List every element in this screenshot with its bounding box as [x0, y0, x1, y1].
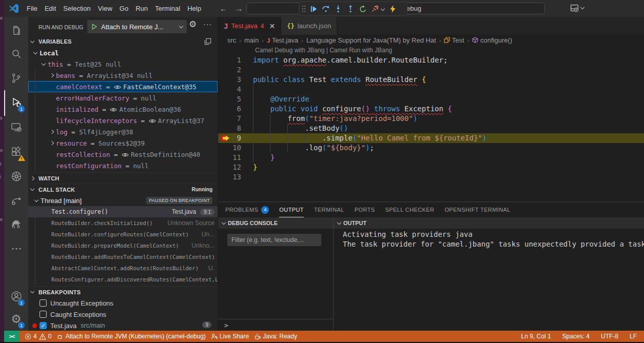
code-editor[interactable]: 1import org.apache.camel.builder.RouteBu… [218, 55, 644, 201]
debug-console-filter-input[interactable]: Filter (e.g. text, !exclude,... [227, 234, 321, 246]
indentation[interactable]: Spaces: 4 [562, 333, 590, 340]
sidebar-item-explorer[interactable] [4, 19, 28, 42]
variable-row[interactable]: beans = ArrayList@34 null [28, 70, 218, 81]
variable-row[interactable]: restCollection = RestsDefinition@40 [28, 149, 218, 160]
sidebar-item-more[interactable] [4, 237, 28, 260]
debug-disconnect-icon[interactable] [369, 2, 381, 15]
remote-indicator[interactable]: >< [4, 331, 19, 342]
start-debug-icon[interactable] [91, 24, 97, 30]
code-line[interactable]: 13 [218, 172, 644, 182]
breadcrumb-item[interactable]: Language Support for Java(TM) by Red Hat [306, 36, 436, 44]
breadcrumb-item[interactable]: Test [444, 36, 464, 44]
variable-row[interactable]: log = Slf4jLogger@38 [28, 126, 218, 137]
java-status[interactable]: Java: Ready [254, 333, 297, 340]
code-line[interactable]: 11 } [218, 153, 644, 163]
layout-control[interactable] [570, 4, 584, 12]
code-line[interactable]: 6 public void configure() throws Excepti… [218, 104, 644, 114]
stack-frame-row[interactable]: RouteBuilder.addRoutesToCamelContext(Cam… [28, 251, 218, 263]
panel-tab-ports[interactable]: PORTS [355, 203, 375, 217]
debug-console-prompt[interactable]: > [218, 319, 333, 331]
lightning-icon[interactable] [386, 2, 399, 15]
debug-continue-icon[interactable] [307, 2, 320, 15]
launch-config-select[interactable]: Attach to Remote J... [87, 20, 187, 33]
chevron-down-icon[interactable] [381, 7, 385, 11]
codelens-actions[interactable]: Camel Debug with JBang | Camel Run with … [255, 47, 392, 54]
code-line[interactable]: 10 .log("${body}"); [218, 143, 644, 153]
call-stack-section-header[interactable]: CALL STACK Running [28, 184, 218, 195]
breadcrumb-item[interactable]: main [244, 36, 259, 44]
variable-row[interactable]: restConfiguration = null [28, 160, 218, 171]
eol[interactable]: LF [630, 333, 637, 340]
debug-step-out-icon[interactable] [344, 2, 357, 15]
output-log[interactable]: Activating task providers javaThe task p… [343, 230, 644, 249]
variable-row[interactable]: errorHandlerFactory = null [28, 92, 218, 104]
menu-run[interactable]: Run [132, 0, 151, 17]
code-line[interactable]: 4 [218, 85, 644, 94]
checkbox[interactable]: ✓ [40, 322, 47, 329]
menu-help[interactable]: Help [184, 0, 205, 17]
encoding[interactable]: UTF-8 [601, 333, 618, 340]
panel-tab-spell-checker[interactable]: SPELL CHECKER [385, 203, 435, 217]
code-line[interactable]: 2 [218, 65, 644, 75]
output-header[interactable]: OUTPUT [334, 217, 644, 229]
debug-restart-icon[interactable] [357, 2, 369, 15]
menu-edit[interactable]: Edit [41, 0, 60, 17]
close-icon[interactable]: ✕ [269, 22, 275, 30]
menu-selection[interactable]: Selection [60, 0, 94, 17]
sidebar-item-openshift[interactable] [4, 190, 28, 212]
collapse-all-icon[interactable] [204, 38, 211, 45]
sidebar-item-extensions[interactable] [4, 140, 28, 163]
breakpoint-row[interactable]: ✓Test.javasrc/main9 [28, 320, 218, 331]
debug-step-into-icon[interactable] [332, 2, 344, 15]
stack-frame-row[interactable]: RouteBuilder.prepareModel(CamelContext)U… [28, 240, 218, 251]
problems-status[interactable]: 4 0 [25, 333, 51, 340]
sidebar-item-source-control[interactable] [4, 67, 28, 89]
variable-row[interactable]: camelContext = FastCamelContext@35 [28, 81, 218, 92]
current-breakpoint-indicator[interactable] [220, 134, 230, 142]
menu-go[interactable]: Go [116, 0, 132, 17]
sidebar-item-camel[interactable] [4, 212, 28, 235]
variable-row[interactable]: lifecycleInterceptors = ArrayList@37 [28, 115, 218, 126]
menu-terminal[interactable]: Terminal [151, 0, 184, 17]
drag-handle-icon[interactable] [301, 2, 306, 15]
variable-scope-row[interactable]: Local [28, 47, 218, 58]
history-forward-icon[interactable]: → [235, 0, 243, 17]
live-share-status[interactable]: Live Share [211, 333, 249, 340]
sidebar-item-kubernetes[interactable] [4, 165, 28, 188]
stack-frame-row[interactable]: RouteBuilder.configureRoutes(CamelContex… [28, 229, 218, 240]
breakpoints-section-header[interactable]: BREAKPOINTS [28, 286, 218, 297]
debug-step-over-icon[interactable] [320, 2, 332, 15]
code-line[interactable]: 3public class Test extends RouteBuilder … [218, 75, 644, 85]
variables-section-header[interactable]: VARIABLES [28, 36, 218, 47]
debug-settings-gear-icon[interactable]: ⚙ [189, 19, 197, 30]
panel-tab-output[interactable]: OUTPUT [279, 203, 304, 217]
stack-frame-row[interactable]: RouteBuilder.checkInitialized()Unknown S… [28, 217, 218, 229]
panel-tab-terminal[interactable]: TERMINAL [314, 203, 344, 217]
code-line[interactable]: 12} [218, 163, 644, 172]
panel-tab-problems[interactable]: PROBLEMS4 [225, 203, 269, 217]
variable-row[interactable]: resource = Sources$2@39 [28, 137, 218, 149]
stack-frame-row[interactable]: Test.configure()Test.java9:1 [28, 206, 218, 217]
watch-section-header[interactable]: WATCH [28, 172, 218, 184]
checkbox[interactable] [40, 299, 47, 307]
sidebar-item-run-debug[interactable]: 1 [4, 91, 28, 114]
tab-test-java[interactable]: J Test.java 4 ✕ [218, 17, 281, 35]
panel-tab-openshift-terminal[interactable]: OPENSHIFT TERMINAL [444, 203, 510, 217]
breadcrumb-item[interactable]: configure() [472, 36, 512, 44]
breadcrumb-item[interactable]: J Test.java [267, 36, 298, 44]
variable-row[interactable]: this = Test@25 null [28, 58, 218, 70]
stack-frame-row[interactable]: AbstractCamelContext.addRoutes(RoutesBui… [28, 263, 218, 274]
code-line[interactable]: 8 .setBody() [218, 124, 644, 133]
code-line[interactable]: 1import org.apache.camel.builder.RouteBu… [218, 55, 644, 65]
history-back-icon[interactable]: ← [220, 0, 227, 17]
checkbox[interactable] [40, 311, 47, 318]
accounts-button[interactable]: 1 [4, 285, 28, 308]
code-line[interactable]: 5 @Override [218, 94, 644, 104]
cursor-position[interactable]: Ln 9, Col 1 [521, 333, 551, 340]
breadcrumb-item[interactable]: src [227, 36, 236, 44]
menu-view[interactable]: View [94, 0, 116, 17]
code-line[interactable]: 9 .simple("Hello Camel from ${routeId}") [218, 133, 644, 143]
thread-row[interactable]: Thread [main] PAUSED ON BREAKPOINT [28, 195, 218, 206]
settings-button[interactable]: ⚙ 1 [4, 308, 28, 330]
tab-launch-json[interactable]: {} launch.json [281, 17, 337, 35]
